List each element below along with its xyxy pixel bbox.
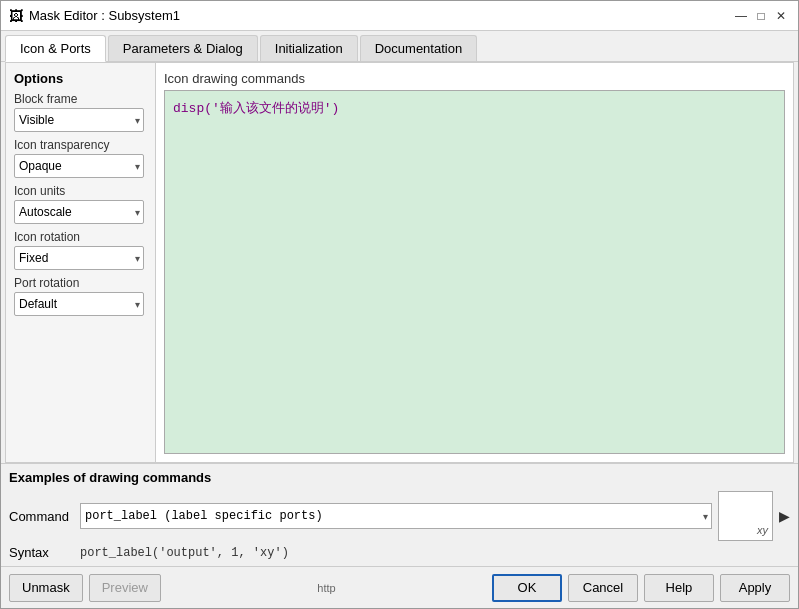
action-bar-right: OK Cancel Help Apply <box>492 574 790 602</box>
tab-parameters-dialog[interactable]: Parameters & Dialog <box>108 35 258 61</box>
left-panel: Options Block frame Visible Invisible Ic… <box>6 63 156 462</box>
tab-initialization[interactable]: Initialization <box>260 35 358 61</box>
icon-rotation-select-wrapper[interactable]: Fixed Rotates <box>14 246 144 270</box>
preview-button[interactable]: Preview <box>89 574 161 602</box>
window-icon: 🖼 <box>9 8 23 24</box>
block-frame-select[interactable]: Visible Invisible <box>14 108 144 132</box>
port-rotation-select[interactable]: Default Physical <box>14 292 144 316</box>
preview-box-label: xy <box>757 524 768 536</box>
preview-arrow-icon: ▶ <box>779 508 790 524</box>
help-button[interactable]: Help <box>644 574 714 602</box>
port-rotation-label: Port rotation <box>14 276 147 290</box>
syntax-row: Syntax port_label('output', 1, 'xy') <box>9 545 790 560</box>
syntax-label: Syntax <box>9 545 74 560</box>
icon-units-select-wrapper[interactable]: Autoscale Pixels Normalized <box>14 200 144 224</box>
block-frame-label: Block frame <box>14 92 147 106</box>
content-area: Options Block frame Visible Invisible Ic… <box>5 62 794 463</box>
icon-units-select[interactable]: Autoscale Pixels Normalized <box>14 200 144 224</box>
icon-transparency-group: Icon transparency Opaque Transparent <box>14 138 147 178</box>
port-rotation-group: Port rotation Default Physical <box>14 276 147 316</box>
command-row: Command port_label (label specific ports… <box>9 491 790 541</box>
command-label: Command <box>9 509 74 524</box>
port-rotation-select-wrapper[interactable]: Default Physical <box>14 292 144 316</box>
title-bar: 🖼 Mask Editor : Subsystem1 — □ ✕ <box>1 1 798 31</box>
bottom-section: Examples of drawing commands Command por… <box>1 463 798 566</box>
icon-units-label: Icon units <box>14 184 147 198</box>
maximize-button[interactable]: □ <box>752 7 770 25</box>
options-title: Options <box>14 71 147 86</box>
drawing-commands-label: Icon drawing commands <box>164 71 785 86</box>
icon-rotation-label: Icon rotation <box>14 230 147 244</box>
minimize-button[interactable]: — <box>732 7 750 25</box>
tab-documentation[interactable]: Documentation <box>360 35 477 61</box>
block-frame-select-wrapper[interactable]: Visible Invisible <box>14 108 144 132</box>
apply-button[interactable]: Apply <box>720 574 790 602</box>
unmask-button[interactable]: Unmask <box>9 574 83 602</box>
icon-rotation-select[interactable]: Fixed Rotates <box>14 246 144 270</box>
block-frame-group: Block frame Visible Invisible <box>14 92 147 132</box>
action-bar: Unmask Preview http OK Cancel Help Apply <box>1 566 798 608</box>
code-editor[interactable]: disp('输入该文件的说明') <box>164 90 785 454</box>
tab-bar: Icon & Ports Parameters & Dialog Initial… <box>1 31 798 62</box>
tab-icon-ports[interactable]: Icon & Ports <box>5 35 106 62</box>
icon-transparency-select[interactable]: Opaque Transparent <box>14 154 144 178</box>
examples-title: Examples of drawing commands <box>9 470 790 485</box>
action-bar-left: Unmask Preview <box>9 574 161 602</box>
cancel-button[interactable]: Cancel <box>568 574 638 602</box>
url-text: http <box>317 582 335 594</box>
icon-transparency-select-wrapper[interactable]: Opaque Transparent <box>14 154 144 178</box>
ok-button[interactable]: OK <box>492 574 562 602</box>
icon-rotation-group: Icon rotation Fixed Rotates <box>14 230 147 270</box>
icon-units-group: Icon units Autoscale Pixels Normalized <box>14 184 147 224</box>
title-bar-controls: — □ ✕ <box>732 7 790 25</box>
command-select-wrapper[interactable]: port_label (label specific ports) disp (… <box>80 503 712 529</box>
command-select[interactable]: port_label (label specific ports) disp (… <box>80 503 712 529</box>
title-bar-left: 🖼 Mask Editor : Subsystem1 <box>9 8 180 24</box>
main-window: 🖼 Mask Editor : Subsystem1 — □ ✕ Icon & … <box>0 0 799 609</box>
window-title: Mask Editor : Subsystem1 <box>29 8 180 23</box>
icon-transparency-label: Icon transparency <box>14 138 147 152</box>
preview-box: xy <box>718 491 773 541</box>
close-button[interactable]: ✕ <box>772 7 790 25</box>
right-panel: Icon drawing commands disp('输入该文件的说明') <box>156 63 793 462</box>
syntax-value: port_label('output', 1, 'xy') <box>80 546 289 560</box>
